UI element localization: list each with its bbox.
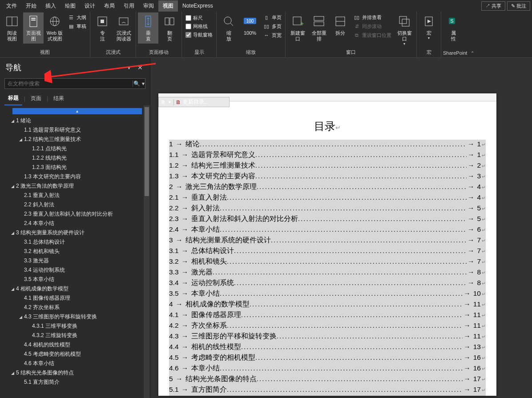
tree-node[interactable]: 3.2 相机和镜头 (4, 247, 150, 256)
focus-button[interactable]: 专 注 (92, 12, 113, 44)
tree-node[interactable]: 3.5 本章小结 (4, 275, 150, 284)
navpane-check[interactable]: 导航窗格 (185, 31, 214, 39)
nav-scroll-thumb[interactable] (145, 107, 149, 196)
macro-button[interactable]: 宏▾ (419, 12, 439, 42)
toc-row[interactable]: 4.1 → 图像传感器原理...........................… (169, 310, 486, 321)
toc-row[interactable]: 3.5 → 本章小结..............................… (169, 289, 486, 300)
flip-button[interactable]: 翻 页 (159, 12, 180, 44)
tree-node[interactable]: ◢1 绪论 (4, 116, 150, 125)
collapse-icon[interactable]: ◢ (10, 231, 15, 235)
toc-row[interactable]: 5 → 结构光光条图像的特点..........................… (169, 374, 486, 385)
props-button[interactable]: S属 性 (443, 12, 463, 44)
toc-row[interactable]: 2.2 → 斜入射法..............................… (169, 204, 486, 214)
toc-dd-icon[interactable]: ▼ (168, 100, 172, 105)
tab-noteexpress[interactable]: NoteExpress (178, 1, 218, 11)
tab-layout[interactable]: 布局 (100, 0, 119, 12)
ruler-check[interactable]: 标尺 (185, 14, 214, 22)
nav-scrollbar[interactable] (144, 105, 150, 398)
toc-row[interactable]: 1 → 绪论..................................… (169, 140, 486, 150)
tree-node[interactable]: 4.6 本章小结 (4, 359, 150, 368)
tree-node[interactable]: 1.1 选题背景和研究意义 (4, 125, 150, 135)
collapse-icon[interactable]: ◢ (10, 371, 15, 375)
tree-node[interactable]: 2.4 本章小结 (4, 219, 150, 228)
collapse-icon[interactable]: ◢ (10, 119, 15, 123)
tree-jump-bar[interactable]: ▴ (12, 108, 142, 114)
draft-button[interactable]: ▤草稿 (67, 22, 87, 30)
onepage-button[interactable]: ▯单页 (262, 13, 282, 21)
tab-review[interactable]: 审阅 (139, 0, 158, 12)
tree-node[interactable]: ◢4.3 三维图形的平移和旋转变换 (4, 312, 150, 322)
collapse-icon[interactable]: ◢ (10, 287, 15, 291)
zoom-button[interactable]: 缩 放 (218, 12, 239, 44)
toc-row[interactable]: 2 → 激光三角法的数学原理..........................… (169, 182, 486, 193)
nav-close-icon[interactable]: ✕ (136, 64, 145, 71)
tab-view[interactable]: 视图 (158, 0, 178, 12)
tab-file[interactable]: 文件 (2, 0, 21, 12)
grid-check[interactable]: 网格线 (185, 23, 214, 30)
newwin-button[interactable]: +新建窗口 (287, 12, 308, 44)
collapse-ribbon-icon[interactable]: ⌃ (469, 49, 475, 57)
toc-row[interactable]: 3.1 → 总体结构设计............................… (169, 246, 486, 257)
tree-node[interactable]: 3.1 总体结构设计 (4, 237, 150, 247)
tree-node[interactable]: ◢5 结构光光条图像的特点 (4, 368, 150, 378)
toc-row[interactable]: 3.2 → 相机和镜头.............................… (169, 257, 486, 268)
collapse-icon[interactable]: ◢ (18, 315, 23, 319)
toc-row[interactable]: 4.4 → 相机的线性模型...........................… (169, 342, 486, 353)
tab-references[interactable]: 引用 (119, 0, 139, 12)
tree-node[interactable]: ◢4 相机成像的数学模型 (4, 284, 150, 293)
toc-row[interactable]: 1.2 → 结构光三维测量技术.........................… (169, 161, 486, 172)
toc-update-label[interactable]: 更新目录... (183, 98, 209, 106)
toc-row[interactable]: 3.4 → 运动控制系统............................… (169, 278, 486, 289)
tab-draw[interactable]: 绘图 (60, 0, 80, 12)
sidebyside-button[interactable]: ▯▯并排查看 (352, 13, 392, 21)
tree-node[interactable]: 1.2.2 线结构光 (4, 153, 150, 163)
toc-row[interactable]: 4.3 → 三维图形的平移和旋转变换......................… (169, 332, 486, 342)
tab-insert[interactable]: 插入 (41, 0, 60, 12)
toc-update-bar[interactable]: 🗎▼ 🗎 更新目录... (158, 97, 230, 107)
toc-row[interactable]: 5.1 → 直方图简介.............................… (169, 385, 486, 396)
search-input[interactable] (5, 80, 133, 87)
tree-node[interactable]: 5.1 直方图简介 (4, 378, 150, 387)
web-layout-button[interactable]: Web 版式视图 (44, 12, 65, 44)
tree-node[interactable]: 1.3 本文研究的主要内容 (4, 172, 150, 181)
search-button[interactable]: 🔍 ▾ (133, 80, 145, 87)
document-page[interactable]: 目录↵ 1 → 绪论..............................… (158, 93, 496, 396)
toc-row[interactable]: 3.3 → 激光器...............................… (169, 268, 486, 278)
navtab-headings[interactable]: 标题 (4, 92, 22, 105)
navtab-results[interactable]: 结果 (50, 92, 68, 105)
collapse-icon[interactable]: ◢ (10, 184, 15, 189)
tree-node[interactable]: 4.2 齐次坐标系 (4, 303, 150, 312)
tree-node[interactable]: ◢1.2 结构光三维测量技术 (4, 135, 150, 144)
switchwin-button[interactable]: 切换窗口▾ (394, 12, 415, 48)
toc-row[interactable]: 2.3 → 垂直入射法和斜入射法的对比分析...................… (169, 214, 486, 225)
read-view-button[interactable]: 阅读 视图 (2, 12, 22, 44)
tree-node[interactable]: ◢3 结构光测量系统的硬件设计 (4, 228, 150, 237)
navtab-pages[interactable]: 页面 (27, 92, 45, 105)
toc-row[interactable]: 2.4 → 本章小结..............................… (169, 225, 486, 236)
tab-design[interactable]: 设计 (80, 0, 100, 12)
tree-node[interactable]: 2.2 斜入射法 (4, 200, 150, 209)
tree-node[interactable]: 1.2.3 面结构光 (4, 163, 150, 172)
nav-dropdown-icon[interactable]: ▼ (122, 65, 136, 70)
toc-row[interactable]: 4.6 → 本章小结..............................… (169, 364, 486, 374)
tab-home[interactable]: 开始 (21, 0, 41, 12)
tree-node[interactable]: 4.1 图像传感器原理 (4, 293, 150, 303)
toc-row[interactable]: 4.2 → 齐次坐标系.............................… (169, 321, 486, 332)
outline-button[interactable]: ☰大纲 (67, 13, 87, 21)
tree-node[interactable]: 1.2.1 点结构光 (4, 144, 150, 153)
reader-button[interactable]: 沉浸式 阅读器 (113, 12, 134, 44)
collapse-icon[interactable]: ◢ (18, 137, 23, 142)
multipage-button[interactable]: ▯▯多页 (262, 22, 282, 30)
tree-node[interactable]: ◢2 激光三角法的数学原理 (4, 181, 150, 191)
tree-node[interactable]: 4.4 相机的线性模型 (4, 340, 150, 350)
split-button[interactable]: 拆分 (330, 12, 351, 38)
zoom100-button[interactable]: 100100% (240, 12, 260, 38)
tree-node[interactable]: 4.3.2 三维旋转变换 (4, 331, 150, 340)
page-layout-button[interactable]: 页面视图 (23, 12, 44, 44)
share-button[interactable]: ↗ 共享 (481, 1, 505, 11)
toc-row[interactable]: 1.3 → 本文研究的主要内容.........................… (169, 172, 486, 182)
tree-node[interactable]: 4.5 考虑畸变的相机模型 (4, 350, 150, 359)
toc-row[interactable]: 4 → 相机成像的数学模型...........................… (169, 300, 486, 310)
toc-row[interactable]: 3 → 结构光测量系统的硬件设计........................… (169, 236, 486, 246)
toc-row[interactable]: 2.1 → 垂直入射法.............................… (169, 193, 486, 204)
